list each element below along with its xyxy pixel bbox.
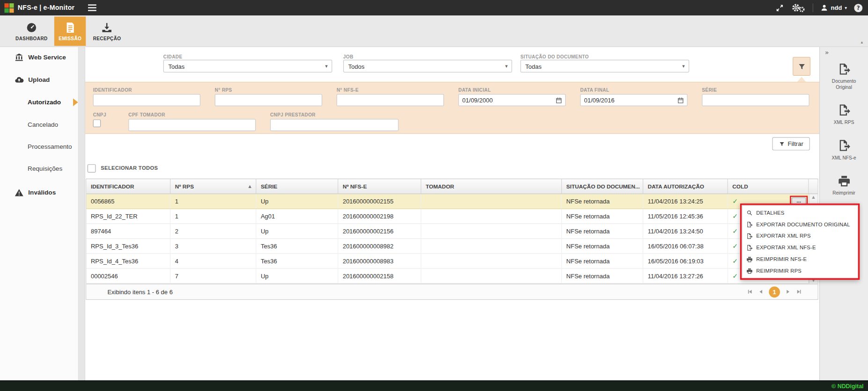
calendar-icon[interactable] — [677, 96, 684, 103]
cell-nfse: 201600000002156 — [338, 224, 421, 239]
sidebar-item-cancelado[interactable]: Cancelado — [0, 117, 79, 132]
user-menu[interactable]: ndd ▾ — [820, 4, 847, 12]
menu-item-exportar-documento-original[interactable]: EXPORTAR DOCUMENTO ORIGINAL — [743, 218, 858, 230]
table-row[interactable]: 0056865 1 Up 201600000002155 NFSe retorn… — [86, 194, 817, 209]
cell-situacao: NFSe retornada — [562, 194, 643, 209]
page-number[interactable]: 1 — [769, 286, 780, 297]
cidade-select[interactable]: Todas ▾ — [163, 60, 332, 72]
expand-icon[interactable] — [775, 4, 784, 12]
collapse-toolbar-icon[interactable]: ▴ — [861, 40, 863, 45]
nrps-input[interactable] — [215, 94, 322, 106]
caret-down-icon: ▾ — [682, 63, 684, 69]
export-document-icon — [837, 63, 850, 76]
col-situacao[interactable]: SITUAÇÃO DO DOCUMEN... — [562, 179, 643, 194]
cell-rps: 1 — [170, 209, 256, 224]
cell-serie: Up — [256, 194, 338, 209]
printer-icon — [837, 174, 850, 187]
export-document-icon — [746, 232, 753, 239]
cnpj-checkbox[interactable] — [93, 119, 101, 127]
situacao-label: SITUAÇÃO DO DOCUMENTO — [520, 54, 588, 60]
funnel-icon — [779, 141, 785, 147]
menu-item-reimprimir-nfse[interactable]: REIMPRIMIR NFS-E — [743, 253, 858, 265]
sidebar-item-requisicoes[interactable]: Requisições — [0, 161, 79, 176]
col-data-autorizacao[interactable]: DATA AUTORIZAÇÃO — [643, 179, 728, 194]
check-icon: ✓ — [732, 242, 738, 250]
data-final-input[interactable]: 01/09/2016 — [580, 94, 687, 106]
cell-identificador: RPS_Id_22_TER — [86, 209, 170, 224]
table-row[interactable]: 897464 2 Up 201600000002156 NFSe retorna… — [86, 224, 817, 239]
col-tomador[interactable]: TOMADOR — [421, 179, 562, 194]
identificador-label: IDENTIFICADOR — [93, 87, 132, 93]
calendar-icon[interactable] — [555, 96, 562, 103]
page-last-icon[interactable] — [796, 289, 802, 295]
sidebar-item-invalidos[interactable]: Inválidos — [0, 185, 79, 200]
sidebar-item-upload[interactable]: Upload — [0, 72, 79, 87]
sidebar-splitter[interactable] — [79, 47, 85, 381]
select-all-checkbox[interactable] — [88, 164, 96, 173]
caret-down-icon: ▾ — [325, 63, 328, 69]
identificador-input[interactable] — [93, 94, 200, 106]
table-row[interactable]: 00002546 7 Up 201600000002158 NFSe retor… — [86, 269, 817, 284]
menu-item-reimprimir-rps[interactable]: REIMPRIMIR RPS — [743, 265, 858, 276]
col-nfse[interactable]: Nº NFS-E — [338, 179, 421, 194]
situacao-select[interactable]: Todas ▾ — [520, 60, 689, 72]
menu-item-exportar-xml-rps[interactable]: EXPORTAR XML RPS — [743, 230, 858, 242]
cnpj-prestador-input[interactable] — [270, 119, 398, 131]
nrps-label: N° RPS — [215, 87, 232, 93]
scroll-up-icon[interactable]: ▲ — [812, 195, 815, 199]
app-title: NFS-e | e-Monitor — [18, 4, 75, 12]
col-cold[interactable]: COLD — [728, 179, 809, 194]
topbar-divider — [813, 3, 813, 12]
serie-input[interactable] — [702, 94, 809, 106]
collapse-rail-icon[interactable]: » — [825, 49, 829, 57]
filtrar-button[interactable]: Filtrar — [772, 137, 809, 150]
cell-nfse: 201600000002198 — [338, 209, 421, 224]
rail-xml-rps[interactable]: XML RPS — [820, 103, 868, 125]
page-prev-icon[interactable] — [758, 289, 764, 295]
export-document-icon — [746, 221, 753, 227]
page-first-icon[interactable] — [747, 289, 753, 295]
col-identificador[interactable]: IDENTIFICADOR — [86, 179, 170, 194]
table-row[interactable]: RPS_Id_3_Tes36 3 Tes36 201600000008982 N… — [86, 239, 817, 254]
table-row[interactable]: RPS_Id_22_TER 1 Ag01 201600000002198 NFS… — [86, 209, 817, 224]
col-serie[interactable]: SÉRIE — [256, 179, 338, 194]
cell-tomador — [421, 239, 562, 253]
sidebar: Web Service Upload Autorizado Cancelado … — [0, 47, 79, 381]
sidebar-item-processamento[interactable]: Processamento — [0, 139, 79, 154]
cnpj-label: CNPJ — [93, 112, 106, 118]
username: ndd — [831, 4, 842, 11]
filter-toggle-button[interactable] — [793, 57, 810, 76]
help-button[interactable]: ? — [854, 4, 862, 12]
rail-documento-original[interactable]: Documento Original — [820, 63, 868, 90]
cell-nfse: 201600000008982 — [338, 239, 421, 253]
funnel-icon — [797, 62, 806, 71]
cell-nfse: 201600000002155 — [338, 194, 421, 209]
table-row[interactable]: RPS_Id_4_Tes36 4 Tes36 201600000008983 N… — [86, 254, 817, 269]
menu-item-detalhes[interactable]: DETALHES — [743, 207, 858, 218]
nnfse-input[interactable] — [337, 94, 444, 106]
hamburger-menu-icon[interactable] — [88, 4, 96, 11]
rail-xml-nfse[interactable]: XML NFS-e — [820, 139, 868, 161]
col-rps[interactable]: Nº RPS▲ — [170, 179, 256, 194]
cell-identificador: 0056865 — [86, 194, 170, 209]
topbar-actions: ndd ▾ ? — [775, 3, 862, 13]
cell-identificador: 00002546 — [86, 269, 170, 283]
cell-tomador — [421, 194, 562, 209]
job-select[interactable]: Todos ▾ — [343, 60, 512, 72]
inbox-download-icon — [101, 22, 113, 34]
cell-identificador: 897464 — [86, 224, 170, 239]
data-inicial-input[interactable]: 01/09/2000 — [458, 94, 566, 106]
cpf-tomador-input[interactable] — [128, 119, 256, 131]
sidebar-item-autorizado[interactable]: Autorizado — [0, 95, 79, 109]
page-next-icon[interactable] — [785, 289, 791, 295]
sidebar-item-web-service[interactable]: Web Service — [0, 50, 79, 64]
items-summary: Exibindo itens 1 - 6 de 6 — [107, 289, 173, 295]
cell-data: 11/04/2016 13:24:50 — [643, 224, 728, 239]
menu-item-exportar-xml-nfse[interactable]: EXPORTAR XML NFS-E — [743, 242, 858, 253]
tab-recepcao[interactable]: RECEPÇÃO — [88, 16, 125, 46]
tab-emissao[interactable]: EMISSÃO — [54, 16, 86, 46]
gear-icon[interactable] — [791, 3, 805, 13]
rail-reimprimir[interactable]: Reimprimir — [820, 174, 868, 196]
cell-situacao: NFSe retornada — [562, 269, 643, 283]
tab-dashboard[interactable]: DASHBOARD — [11, 16, 52, 46]
